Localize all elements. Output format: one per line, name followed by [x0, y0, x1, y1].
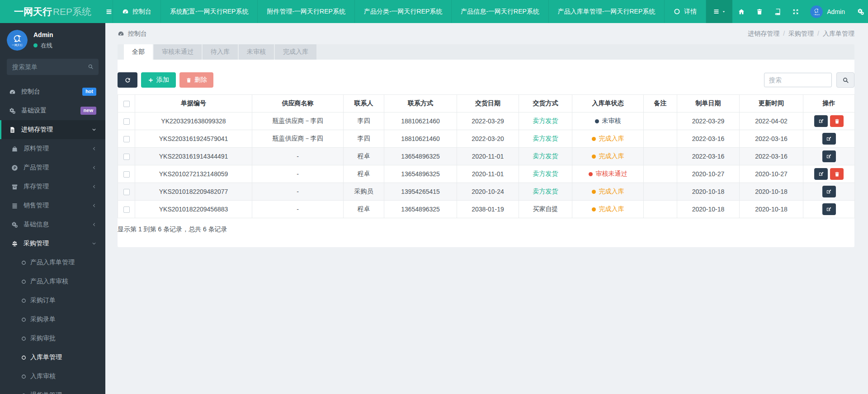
edit-button[interactable]	[822, 186, 836, 197]
navbar-tab-6[interactable]: 详情	[664, 0, 706, 23]
delete-button[interactable]: 删除	[179, 72, 213, 88]
user-menu[interactable]: Admin	[805, 0, 850, 23]
sidebar-item-4[interactable]: 产品管理	[0, 158, 105, 177]
cell-updated: 2022-03-16	[740, 130, 803, 148]
add-button[interactable]: 添加	[141, 72, 176, 88]
column-header-0[interactable]: 单据编号	[135, 95, 252, 113]
sidebar-item-15[interactable]: 入库审核	[0, 367, 105, 386]
column-header-9[interactable]: 更新时间	[740, 95, 803, 113]
column-header-8[interactable]: 制单日期	[677, 95, 740, 113]
cell-delivery-method: 卖方发货	[519, 165, 572, 183]
pencil-icon	[826, 189, 832, 195]
navbar-tab-2[interactable]: 附件管理-一网天行REP系统	[257, 0, 354, 23]
select-all-checkbox[interactable]	[123, 101, 130, 107]
cell-updated: 2022-03-16	[740, 148, 803, 165]
column-header-7[interactable]: 备注	[644, 95, 677, 113]
sidebar-item-12[interactable]: 采购录单	[0, 310, 105, 329]
column-header-4[interactable]: 交货日期	[457, 95, 519, 113]
sidebar-item-9[interactable]: 产品入库单管理	[0, 253, 105, 272]
tabs-dropdown-button[interactable]	[706, 0, 732, 23]
sidebar-item-10[interactable]: 产品入库审核	[0, 272, 105, 291]
column-header-5[interactable]: 交货方式	[519, 95, 572, 113]
navbar-tab-3[interactable]: 产品分类-一网天行REP系统	[354, 0, 451, 23]
filter-tab-4[interactable]: 完成入库	[275, 44, 316, 60]
clear-cache-button[interactable]	[750, 0, 769, 23]
filter-tab-3[interactable]: 未审核	[239, 44, 274, 60]
pencil-icon	[826, 154, 832, 159]
sidebar-item-1[interactable]: 基础设置new	[0, 101, 105, 120]
navbar-tab-5[interactable]: 产品入库单管理-一网天行REP系统	[548, 0, 664, 23]
refresh-button[interactable]	[118, 72, 137, 88]
settings-button[interactable]	[850, 0, 868, 23]
sidebar-item-3[interactable]: 原料管理	[0, 139, 105, 158]
row-checkbox[interactable]	[123, 206, 130, 213]
sidebar-item-0[interactable]: 控制台hot	[0, 82, 105, 101]
caret-down-icon	[722, 9, 726, 14]
circle-o-icon	[21, 317, 26, 322]
sidebar-item-label: 销售管理	[24, 202, 49, 210]
sidebar-toggle-button[interactable]	[105, 0, 113, 23]
navbar-tab-1[interactable]: 系统配置-一网天行REP系统	[160, 0, 257, 23]
delete-row-button[interactable]	[830, 115, 844, 127]
table-row: YK2203291638099328 瓶盖供应商－李四 李四 188106214…	[118, 113, 855, 130]
main-content: 控制台 进销存管理 采购管理 入库单管理 全部审核未通过待入库未审核完成入库 添…	[105, 23, 868, 394]
sidebar-item-5[interactable]: 库存管理	[0, 177, 105, 196]
column-header-2[interactable]: 联系人	[344, 95, 384, 113]
sidebar-item-6[interactable]: 销售管理	[0, 196, 105, 215]
breadcrumb-left-label[interactable]: 控制台	[128, 30, 147, 38]
table-row: YKS2203161914344491 - 程卓 13654896325 202…	[118, 148, 855, 165]
status-dot	[589, 172, 593, 176]
edit-button[interactable]	[814, 168, 828, 180]
hamburger-icon	[105, 8, 113, 15]
column-header-10[interactable]: 操作	[803, 95, 855, 113]
fullscreen-button[interactable]	[787, 0, 805, 23]
sidebar-user-name: Admin	[33, 31, 53, 38]
sidebar-item-8[interactable]: 采购管理	[0, 234, 105, 253]
row-checkbox[interactable]	[123, 118, 130, 125]
cell-delivery-date: 2020-10-24	[457, 183, 519, 201]
delete-row-button[interactable]	[830, 168, 844, 180]
breadcrumb-item[interactable]: 采购管理	[783, 30, 814, 38]
row-checkbox[interactable]	[123, 189, 130, 195]
edit-button[interactable]	[822, 203, 836, 215]
home-button[interactable]	[732, 0, 750, 23]
navbar-tab-label: 产品入库单管理-一网天行REP系统	[558, 8, 655, 16]
sidebar-item-16[interactable]: 退货单管理	[0, 386, 105, 394]
row-checkbox[interactable]	[123, 171, 130, 178]
table-search-input[interactable]	[764, 73, 832, 87]
edit-button[interactable]	[822, 133, 836, 145]
file-icon	[9, 127, 16, 133]
cell-remark	[644, 165, 677, 183]
cell-order-id: YKS2010272132148059	[135, 165, 252, 183]
status-dot	[592, 207, 596, 211]
edit-button[interactable]	[814, 115, 828, 127]
app-logo[interactable]: 一网天行REP系统	[0, 0, 105, 23]
filter-tab-0[interactable]: 全部	[124, 44, 153, 60]
navbar-tab-4[interactable]: 产品信息-一网天行REP系统	[451, 0, 548, 23]
search-button[interactable]	[836, 72, 854, 88]
pencil-icon	[826, 206, 832, 212]
edit-button[interactable]	[822, 150, 836, 162]
column-header-3[interactable]: 联系方式	[384, 95, 457, 113]
cell-delivery-date: 2020-11-01	[457, 148, 519, 165]
filter-tab-1[interactable]: 审核未通过	[154, 44, 202, 60]
filter-tab-2[interactable]: 待入库	[203, 44, 238, 60]
navbar-tab-0[interactable]: 控制台	[113, 0, 160, 23]
column-header-6[interactable]: 入库单状态	[572, 95, 644, 113]
row-checkbox[interactable]	[123, 136, 130, 142]
sidebar-item-7[interactable]: 基础信息	[0, 215, 105, 234]
chevron-down-icon	[92, 127, 96, 132]
menu-search-input[interactable]	[7, 59, 99, 75]
row-checkbox[interactable]	[123, 154, 130, 160]
cell-phone: 13954265415	[384, 183, 457, 201]
docs-button[interactable]	[769, 0, 787, 23]
sidebar-item-14[interactable]: 入库单管理	[0, 348, 105, 367]
breadcrumb-item[interactable]: 进销存管理	[748, 30, 779, 38]
sidebar-user-panel: Admin 在线	[0, 23, 105, 58]
cell-created: 2022-03-16	[677, 130, 740, 148]
column-header-1[interactable]: 供应商名称	[252, 95, 344, 113]
sidebar-item-11[interactable]: 采购订单	[0, 291, 105, 310]
sidebar-item-2[interactable]: 进销存管理	[0, 120, 105, 139]
sidebar-item-label: 退货单管理	[30, 391, 62, 394]
sidebar-item-13[interactable]: 采购审批	[0, 329, 105, 348]
